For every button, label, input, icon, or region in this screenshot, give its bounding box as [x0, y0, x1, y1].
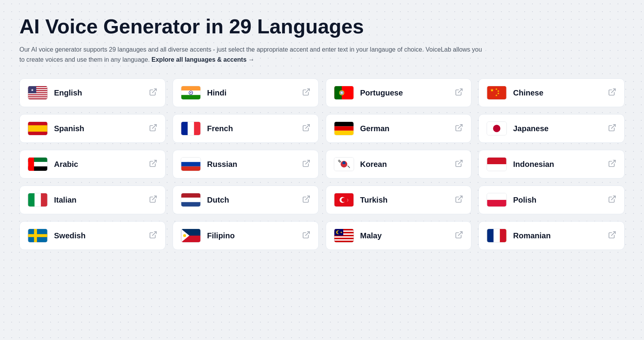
language-card-spanish[interactable]: Spanish — [19, 114, 166, 143]
svg-rect-37 — [28, 125, 47, 132]
svg-text:☀: ☀ — [184, 234, 187, 238]
language-card-swedish[interactable]: Swedish — [19, 221, 166, 250]
svg-line-28 — [458, 89, 462, 93]
svg-rect-88 — [28, 234, 47, 238]
language-card-arabic[interactable]: Arabic — [19, 150, 166, 179]
language-name-dutch: Dutch — [207, 196, 229, 205]
svg-rect-11 — [28, 97, 47, 98]
svg-rect-10 — [28, 95, 47, 97]
external-link-icon-german — [455, 123, 463, 134]
language-card-chinese[interactable]: ★ ★ ★ ★ ★ Chinese — [478, 78, 625, 107]
svg-rect-74 — [181, 193, 200, 198]
svg-rect-114 — [500, 229, 506, 242]
svg-text:★: ★ — [495, 94, 497, 97]
svg-line-48 — [458, 125, 462, 128]
language-name-swedish: Swedish — [54, 231, 86, 240]
language-name-portuguese: Portuguese — [360, 88, 403, 97]
explore-link[interactable]: Explore all languages & accents → — [152, 56, 255, 63]
language-name-malay: Malay — [360, 231, 382, 240]
language-name-spanish: Spanish — [54, 124, 84, 133]
svg-rect-57 — [181, 158, 200, 162]
flag-italian — [28, 193, 48, 207]
svg-rect-113 — [487, 229, 494, 242]
external-link-icon-portuguese — [455, 88, 463, 98]
language-card-filipino[interactable]: ☀ Filipino — [173, 221, 319, 250]
svg-rect-43 — [181, 122, 187, 135]
svg-rect-104 — [334, 239, 353, 241]
flag-japanese — [487, 121, 507, 135]
svg-rect-12 — [28, 97, 47, 99]
svg-point-26 — [340, 91, 343, 95]
flag-swedish — [28, 229, 48, 243]
svg-rect-76 — [181, 202, 200, 206]
external-link-icon-spanish — [149, 123, 157, 134]
svg-rect-59 — [181, 167, 200, 171]
language-name-arabic: Arabic — [54, 160, 78, 169]
language-card-dutch[interactable]: Dutch — [173, 186, 319, 214]
svg-line-35 — [611, 89, 615, 93]
language-card-turkish[interactable]: ☽ Turkish — [326, 186, 472, 214]
svg-rect-8 — [28, 94, 47, 95]
svg-rect-102 — [334, 236, 353, 238]
flag-english: ★ — [28, 86, 48, 100]
svg-line-115 — [611, 232, 615, 236]
language-card-portuguese[interactable]: Portuguese — [326, 78, 472, 107]
language-card-malay[interactable]: ★ Malay — [326, 221, 472, 250]
svg-rect-55 — [28, 158, 34, 171]
language-name-korean: Korean — [360, 160, 387, 169]
svg-rect-103 — [334, 238, 353, 239]
language-name-indonesian: Indonesian — [513, 160, 554, 169]
language-card-hindi[interactable]: Hindi — [173, 78, 319, 107]
svg-rect-67 — [487, 158, 506, 164]
external-link-icon-turkish — [455, 195, 463, 205]
language-name-polish: Polish — [513, 196, 536, 205]
flag-german — [334, 121, 354, 135]
language-card-japanese[interactable]: Japanese — [478, 114, 625, 143]
language-card-french[interactable]: French — [173, 114, 319, 143]
svg-rect-45 — [334, 122, 353, 126]
svg-line-44 — [305, 125, 309, 128]
language-card-korean[interactable]: Korean — [326, 150, 472, 179]
language-card-indonesian[interactable]: Indonesian — [478, 150, 625, 179]
flag-hindi — [181, 86, 201, 100]
external-link-icon-arabic — [149, 159, 157, 169]
svg-line-89 — [152, 232, 156, 236]
svg-line-73 — [152, 196, 156, 200]
language-name-romanian: Romanian — [513, 231, 551, 240]
flag-turkish: ☽ — [334, 193, 354, 207]
language-name-french: French — [207, 124, 233, 133]
svg-text:☽: ☽ — [345, 198, 348, 202]
flag-chinese: ★ ★ ★ ★ ★ — [487, 86, 507, 100]
svg-rect-75 — [181, 198, 200, 202]
language-name-filipino: Filipino — [207, 231, 235, 240]
flag-malay: ★ — [334, 229, 354, 243]
language-card-italian[interactable]: Italian — [19, 186, 166, 214]
external-link-icon-japanese — [608, 123, 616, 134]
svg-rect-38 — [28, 122, 47, 125]
svg-text:★: ★ — [340, 231, 342, 234]
flag-spanish — [28, 121, 48, 135]
flag-arabic — [28, 157, 48, 171]
svg-line-66 — [458, 160, 462, 164]
language-name-japanese: Japanese — [513, 124, 548, 133]
svg-line-16 — [152, 89, 156, 93]
language-card-romanian[interactable]: Romanian — [478, 221, 625, 250]
flag-french — [181, 121, 201, 135]
external-link-icon-korean — [455, 159, 463, 169]
svg-line-85 — [611, 196, 615, 200]
language-card-english[interactable]: ★ English — [19, 78, 166, 107]
language-card-russian[interactable]: Russian — [173, 150, 319, 179]
language-card-polish[interactable]: Polish — [478, 186, 625, 214]
svg-line-69 — [611, 160, 615, 164]
svg-point-50 — [493, 125, 501, 132]
language-name-hindi: Hindi — [207, 88, 227, 97]
svg-rect-9 — [28, 94, 47, 95]
external-link-icon-french — [302, 123, 311, 134]
language-name-italian: Italian — [54, 196, 77, 205]
flag-dutch — [181, 193, 201, 207]
svg-rect-84 — [487, 200, 506, 206]
external-link-icon-malay — [455, 231, 463, 241]
language-card-german[interactable]: German — [326, 114, 472, 143]
external-link-icon-italian — [149, 195, 157, 205]
svg-rect-83 — [487, 193, 506, 200]
